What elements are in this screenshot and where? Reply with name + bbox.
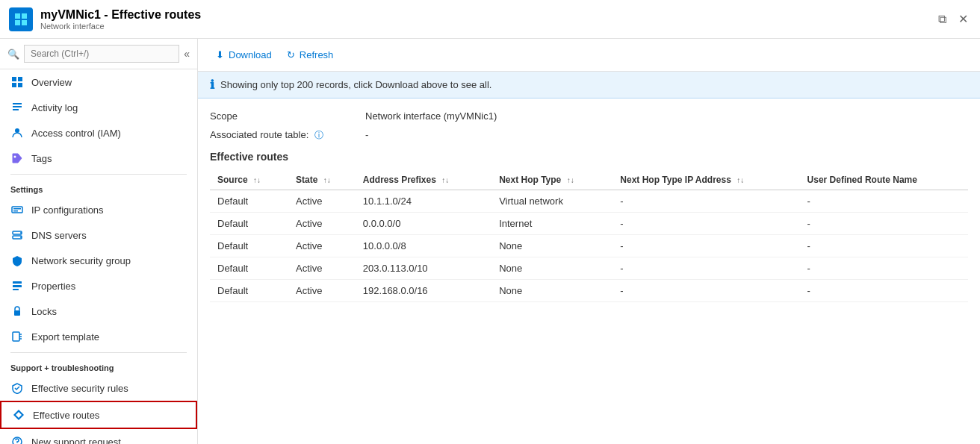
col-hop-type[interactable]: Next Hop Type ↑↓ — [491, 170, 612, 190]
cell-hopIP: - — [612, 235, 799, 257]
cell-address: 0.0.0.0/0 — [356, 213, 491, 235]
cell-hopIP: - — [612, 280, 799, 302]
divider-settings — [10, 174, 187, 175]
collapse-button[interactable]: « — [184, 48, 190, 60]
sidebar-item-dns-servers[interactable]: DNS servers — [0, 222, 197, 248]
search-icon: 🔍 — [7, 49, 19, 60]
svg-rect-15 — [13, 208, 21, 210]
table-body: DefaultActive10.1.1.0/24Virtual network-… — [210, 190, 968, 302]
content-body: Scope Network interface (myVMNic1) Assoc… — [198, 99, 980, 314]
sidebar-item-overview[interactable]: Overview — [0, 69, 197, 95]
col-hop-type-label: Next Hop Type — [499, 175, 561, 185]
svg-point-13 — [14, 156, 16, 158]
svg-rect-9 — [13, 106, 22, 107]
info-icon: ℹ — [210, 78, 214, 92]
pin-button[interactable]: ⧉ — [935, 9, 949, 29]
sidebar-item-label: Activity log — [31, 102, 78, 113]
sidebar-item-nsg[interactable]: Network security group — [0, 248, 197, 273]
cell-source: Default — [210, 190, 288, 213]
window-controls: ⧉ ✕ — [935, 9, 971, 29]
cell-hopIP: - — [612, 190, 799, 213]
col-source-label: Source — [217, 175, 248, 185]
scope-value: Network interface (myVMNic1) — [365, 110, 497, 122]
cell-source: Default — [210, 213, 288, 235]
download-button[interactable]: ⬇ Download — [210, 46, 278, 63]
info-tooltip-icon: ⓘ — [314, 130, 323, 140]
sidebar-item-label: Export template — [31, 331, 99, 343]
col-hop-ip[interactable]: Next Hop Type IP Address ↑↓ — [612, 170, 799, 190]
col-state[interactable]: State ↑↓ — [288, 170, 356, 190]
refresh-icon: ↻ — [287, 49, 295, 60]
search-box: 🔍 « — [0, 39, 197, 69]
sort-icon-address: ↑↓ — [441, 176, 449, 184]
route-table-row: Associated route table: ⓘ - — [210, 129, 968, 142]
col-route-name[interactable]: User Defined Route Name — [800, 170, 968, 190]
toolbar: ⬇ Download ↻ Refresh — [198, 39, 980, 72]
sidebar-item-properties[interactable]: Properties — [0, 273, 197, 298]
sort-icon-hop-type: ↑↓ — [567, 176, 574, 184]
sidebar-item-label: Tags — [31, 153, 52, 164]
table-header: Source ↑↓ State ↑↓ Address Prefixes ↑↓ — [210, 170, 968, 190]
table-row: DefaultActive203.0.113.0/10None-- — [210, 257, 968, 280]
sidebar-item-effective-security[interactable]: Effective security rules — [0, 375, 197, 401]
cell-source: Default — [210, 235, 288, 257]
cell-state: Active — [288, 257, 356, 280]
cell-address: 10.1.1.0/24 — [356, 190, 491, 213]
sidebar-item-locks[interactable]: Locks — [0, 298, 197, 324]
download-label: Download — [229, 49, 272, 60]
svg-rect-7 — [18, 83, 22, 87]
sidebar-item-new-support[interactable]: New support request — [0, 429, 197, 444]
svg-rect-8 — [13, 103, 22, 104]
sidebar-item-label: New support request — [31, 437, 121, 445]
export-icon — [10, 330, 24, 343]
grid-icon — [10, 75, 24, 89]
svg-rect-14 — [12, 207, 22, 213]
scope-row: Scope Network interface (myVMNic1) — [210, 110, 968, 122]
search-input[interactable] — [24, 45, 179, 63]
banner-message: Showing only top 200 records, click Down… — [220, 79, 492, 90]
svg-marker-12 — [13, 154, 22, 163]
cell-source: Default — [210, 280, 288, 302]
sidebar-item-effective-routes[interactable]: Effective routes — [0, 401, 197, 429]
tag-icon — [10, 151, 24, 165]
route-table-label-text: Associated route table: — [210, 129, 308, 140]
col-hop-ip-label: Next Hop Type IP Address — [620, 175, 731, 185]
routes-icon — [12, 408, 25, 422]
cell-routeName: - — [800, 190, 968, 213]
col-source[interactable]: Source ↑↓ — [210, 170, 288, 190]
sidebar-item-label: Effective routes — [33, 410, 99, 421]
svg-rect-24 — [14, 310, 20, 316]
sidebar-item-label: Overview — [31, 77, 72, 88]
sidebar-item-activity-log[interactable]: Activity log — [0, 95, 197, 120]
route-table-label: Associated route table: ⓘ — [210, 129, 359, 142]
cell-routeName: - — [800, 213, 968, 235]
title-bar: myVMNic1 - Effective routes Network inte… — [0, 0, 980, 39]
log-icon — [10, 101, 24, 114]
svg-rect-6 — [12, 83, 16, 87]
cell-state: Active — [288, 190, 356, 213]
sidebar-item-label: Effective security rules — [31, 383, 128, 394]
sidebar-item-tags[interactable]: Tags — [0, 146, 197, 171]
sidebar-item-ip-configurations[interactable]: IP configurations — [0, 197, 197, 222]
svg-rect-25 — [13, 332, 19, 341]
sidebar-item-export-template[interactable]: Export template — [0, 324, 197, 349]
col-route-name-label: User Defined Route Name — [807, 175, 917, 185]
cell-hopType: None — [491, 280, 612, 302]
user-icon — [10, 126, 24, 140]
divider-support — [10, 352, 187, 353]
cell-hopType: Virtual network — [491, 190, 612, 213]
routes-table: Source ↑↓ State ↑↓ Address Prefixes ↑↓ — [210, 170, 968, 302]
refresh-button[interactable]: ↻ Refresh — [281, 46, 340, 63]
cell-address: 192.168.0.0/16 — [356, 280, 491, 302]
col-address[interactable]: Address Prefixes ↑↓ — [356, 170, 491, 190]
svg-rect-23 — [13, 289, 19, 290]
sidebar-item-access-control[interactable]: Access control (IAM) — [0, 120, 197, 146]
col-address-label: Address Prefixes — [363, 175, 436, 185]
shield-icon — [10, 254, 24, 267]
svg-rect-1 — [22, 13, 27, 19]
svg-rect-21 — [13, 281, 22, 284]
support-icon — [10, 435, 24, 444]
info-banner: ℹ Showing only top 200 records, click Do… — [198, 72, 980, 99]
cell-hopType: None — [491, 257, 612, 280]
close-button[interactable]: ✕ — [955, 9, 971, 29]
